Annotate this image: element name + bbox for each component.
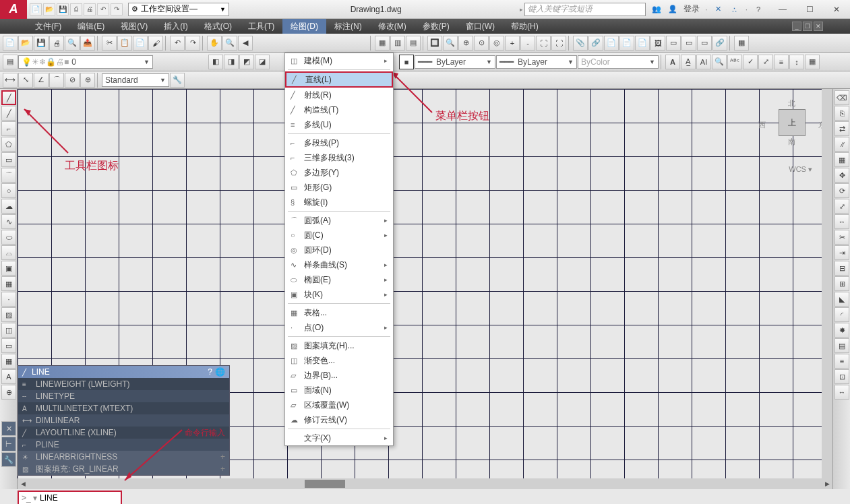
draw-revcloud-icon[interactable]: ☁ bbox=[1, 199, 16, 214]
tb-new-icon[interactable]: 📄 bbox=[3, 36, 18, 51]
viewcube[interactable]: 北 南 西 东 上 bbox=[765, 102, 819, 156]
palette-close-icon[interactable]: ✕ bbox=[1, 421, 16, 436]
tb-bg-icon[interactable]: ▦ bbox=[805, 55, 820, 69]
qat-undo-icon[interactable]: ↶ bbox=[97, 3, 109, 15]
mod-erase-icon[interactable]: ⌫ bbox=[834, 90, 849, 105]
help-icon[interactable]: ? bbox=[208, 367, 212, 377]
draw-line-icon[interactable]: ╱ bbox=[1, 90, 16, 105]
qat-redo-icon[interactable]: ↷ bbox=[111, 3, 123, 15]
login-link[interactable]: 登录 bbox=[684, 3, 700, 15]
tb-laymcur-icon[interactable]: ◩ bbox=[239, 55, 254, 69]
tb-misc-icon[interactable]: ▦ bbox=[734, 36, 749, 51]
mod-join-icon[interactable]: ⊞ bbox=[834, 276, 849, 291]
dm-spline[interactable]: ∿样条曲线(S) bbox=[285, 257, 393, 272]
tb-print-icon[interactable]: 🖨 bbox=[49, 36, 64, 51]
draw-pline-icon[interactable]: ⌐ bbox=[1, 121, 16, 136]
draw-addsel-icon[interactable]: ⊕ bbox=[1, 385, 16, 400]
dm-wipeout[interactable]: ▱区域覆盖(W) bbox=[285, 398, 393, 412]
tb-hyperlink-icon[interactable]: 🔗 bbox=[712, 36, 727, 51]
dm-circle[interactable]: ○圆(C) bbox=[285, 228, 393, 243]
menu-draw[interactable]: 绘图(D) bbox=[282, 19, 326, 34]
tb-zoomdyn-icon[interactable]: 🔍 bbox=[443, 36, 458, 51]
plotstyle-combo[interactable]: ByColor▼ bbox=[578, 55, 659, 69]
qat-new-icon[interactable]: 📄 bbox=[30, 3, 42, 15]
qat-saveas-icon[interactable]: ⎙ bbox=[70, 3, 82, 15]
scroll-right-icon[interactable]: ▶ bbox=[822, 478, 832, 489]
mod-breakpt-icon[interactable]: ⊡ bbox=[834, 369, 849, 384]
tb-img-icon[interactable]: 🖼 bbox=[650, 36, 665, 51]
tb-dc-icon[interactable]: ▥ bbox=[390, 36, 405, 51]
tb-layermgr-icon[interactable]: ▤ bbox=[3, 55, 18, 69]
tb-scale-icon[interactable]: ⤢ bbox=[758, 55, 773, 69]
mdi-minimize[interactable]: _ bbox=[792, 22, 801, 31]
tb-match-icon[interactable]: 🖌 bbox=[148, 36, 163, 51]
dimstyle-combo[interactable]: Standard▼ bbox=[102, 73, 169, 87]
dm-hatch[interactable]: ▨图案填充(H)... bbox=[285, 338, 393, 353]
tb-props-icon[interactable]: ▦ bbox=[375, 36, 390, 51]
draw-insert-icon[interactable]: ▣ bbox=[1, 261, 16, 276]
tb-just-icon[interactable]: ≡ bbox=[774, 55, 789, 69]
mod-trim-icon[interactable]: ✂ bbox=[834, 230, 849, 245]
help-icon[interactable]: ? bbox=[753, 4, 764, 15]
user-icon[interactable]: 👤 bbox=[667, 4, 678, 15]
dm-point[interactable]: ·点(O) bbox=[285, 320, 393, 335]
tb-ole-icon[interactable]: ▭ bbox=[681, 36, 696, 51]
tb-find-icon[interactable]: 🔍 bbox=[712, 55, 727, 69]
dm-donut[interactable]: ◎圆环(D) bbox=[285, 243, 393, 257]
menu-file[interactable]: 文件(F) bbox=[27, 19, 69, 34]
draw-region-icon[interactable]: ▭ bbox=[1, 338, 16, 353]
globe-icon[interactable]: 🌐 bbox=[215, 367, 225, 377]
viewcube-top[interactable]: 上 bbox=[779, 109, 806, 136]
tb-mtext-icon[interactable]: A̲ bbox=[681, 55, 696, 69]
ac-item[interactable]: ☀LINEARBRIGHTNESS+ bbox=[18, 451, 229, 463]
mdi-close[interactable]: ✕ bbox=[814, 22, 823, 31]
dm-ellipse[interactable]: ⬭椭圆(E) bbox=[285, 272, 393, 287]
tb-layiso-icon[interactable]: ◧ bbox=[208, 55, 223, 69]
tb-style-icon[interactable]: ✓ bbox=[743, 55, 758, 69]
ac-item[interactable]: ⟷DIMLINEAR bbox=[18, 414, 229, 427]
mod-explode-icon[interactable]: ✸ bbox=[834, 323, 849, 338]
menu-modify[interactable]: 修改(M) bbox=[370, 19, 415, 34]
scrollbar-vertical[interactable] bbox=[822, 89, 832, 478]
dm-rect[interactable]: ▭矩形(G) bbox=[285, 180, 393, 195]
qat-open-icon[interactable]: 📂 bbox=[43, 3, 55, 15]
dm-pline3d[interactable]: ⌐三维多段线(3) bbox=[285, 150, 393, 165]
menu-window[interactable]: 窗口(W) bbox=[458, 19, 503, 34]
menu-tools[interactable]: 工具(T) bbox=[240, 19, 282, 34]
dm-gradient[interactable]: ◫渐变色... bbox=[285, 353, 393, 368]
mod-lengthen-icon[interactable]: ↔ bbox=[834, 385, 849, 400]
minimize-button[interactable]: — bbox=[769, 1, 796, 18]
scroll-left-icon[interactable]: ◀ bbox=[18, 478, 28, 489]
tb-paste-icon[interactable]: 📄 bbox=[133, 36, 148, 51]
dm-ray[interactable]: ╱射线(R) bbox=[285, 88, 393, 102]
mod-offset-icon[interactable]: ⫽ bbox=[834, 137, 849, 152]
dm-arc[interactable]: ⌒圆弧(A) bbox=[285, 213, 393, 228]
tb-block-icon[interactable]: ▭ bbox=[697, 36, 712, 51]
linetype-combo[interactable]: ━━━ByLayer▼ bbox=[415, 55, 495, 69]
ac-item[interactable]: ⌐PLINE bbox=[18, 439, 229, 451]
ac-item[interactable]: ≡LINEWEIGHT (LWEIGHT) bbox=[18, 378, 229, 390]
tb-pan-icon[interactable]: ✋ bbox=[207, 36, 222, 51]
ac-item[interactable]: ▨图案填充: GR_LINEAR+ bbox=[18, 463, 229, 475]
tb-space-icon[interactable]: ↕ bbox=[789, 55, 804, 69]
menu-help[interactable]: 帮助(H) bbox=[503, 19, 547, 34]
tb-zoomscale-icon[interactable]: ⊕ bbox=[458, 36, 473, 51]
ac-header[interactable]: ╱ LINE ?🌐 bbox=[18, 366, 229, 378]
menu-edit[interactable]: 编辑(E) bbox=[69, 19, 113, 34]
infocenter-icon[interactable]: 👥 bbox=[651, 4, 662, 15]
tb-dimdia-icon[interactable]: ⊕ bbox=[80, 73, 95, 88]
draw-xline-icon[interactable]: ╱ bbox=[1, 106, 16, 121]
tb-cut-icon[interactable]: ✂ bbox=[102, 36, 117, 51]
draw-block-icon[interactable]: ▦ bbox=[1, 276, 16, 291]
tb-publish-icon[interactable]: 📤 bbox=[80, 36, 95, 51]
mod-stretch-icon[interactable]: ↔ bbox=[834, 214, 849, 229]
draw-circle-icon[interactable]: ○ bbox=[1, 183, 16, 198]
tb-zoomwin-icon[interactable]: 🔲 bbox=[427, 36, 442, 51]
command-line-input[interactable]: >_ ▾ LINE bbox=[18, 491, 122, 504]
mod-mirror-icon[interactable]: ⇄ bbox=[834, 121, 849, 136]
mod-move-icon[interactable]: ✥ bbox=[834, 168, 849, 183]
draw-point-icon[interactable]: · bbox=[1, 292, 16, 307]
tb-color-icon[interactable]: ■ bbox=[399, 55, 414, 69]
palette-pin-icon[interactable]: ⊢ bbox=[1, 437, 16, 451]
tb-field-icon[interactable]: ▭ bbox=[666, 36, 681, 51]
